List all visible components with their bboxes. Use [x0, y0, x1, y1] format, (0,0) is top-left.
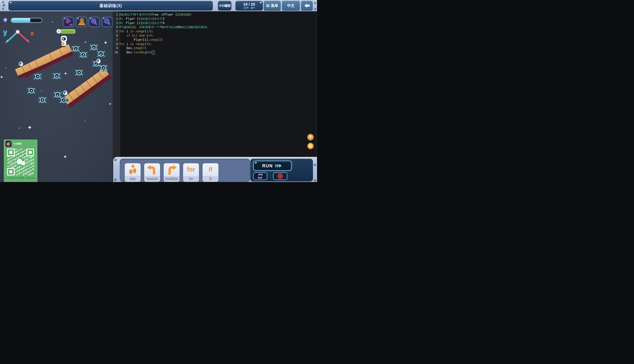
stop-button[interactable] [273, 172, 287, 180]
code-token: 2 [163, 17, 164, 21]
flyer-pad-tile [53, 91, 63, 98]
code-line[interactable]: 2#1：Flyer [i]的索引(i)大于2 [113, 17, 317, 21]
qr-card-title: 小D编程 [13, 142, 22, 146]
code-token: Flyer [i] [126, 21, 142, 25]
flyer-pad-tile [98, 64, 109, 72]
flyer-pad-tile [89, 44, 99, 51]
line-number: 4 [113, 25, 119, 29]
code-token: 以正确的模式移动。 [183, 25, 210, 29]
code-line[interactable]: 8for i in range(3): [113, 42, 317, 46]
block-if[interactable]: if if [203, 163, 218, 182]
code-token: 步 [189, 12, 192, 17]
zoom-in-button[interactable] [89, 17, 100, 27]
block-label-strip: step [125, 176, 141, 182]
dot-icon [52, 22, 53, 22]
code-line[interactable]: 1#如果以下两个条件均为True，则Flyer [i]移动3步 [113, 12, 317, 17]
code-line[interactable]: 9 Dev.step(7) [113, 46, 317, 50]
flyer-pad-tile [71, 45, 81, 52]
game-viewport[interactable]: ↗ ↙ [0, 11, 113, 182]
bell-off-icon [309, 144, 312, 148]
dev-health-bar [57, 29, 75, 34]
code-token: range [136, 42, 145, 46]
level-progress-button[interactable]: 19 / 20 36 6 [235, 1, 263, 10]
left-arrow-icon [303, 3, 310, 8]
glint-icon [77, 18, 79, 19]
code-token: #如果以下两个条件均为 [119, 12, 151, 17]
level-progress-value: 19 / 20 [243, 2, 255, 6]
brand-button[interactable]: 小D编程 [218, 1, 231, 10]
zoom-out-button[interactable] [102, 17, 113, 27]
code-lines[interactable]: 1#如果以下两个条件均为True，则Flyer [i]移动3步2#1：Flyer… [113, 12, 317, 55]
code-token: Flyer [i] [126, 17, 142, 21]
code-editor[interactable]: 1#如果以下两个条件均为True，则Flyer [i]移动3步2#1：Flyer… [113, 11, 317, 182]
app-window: 基础训练(3) 小D编程 19 / 20 36 6 [0, 0, 317, 182]
screw-icon [114, 159, 117, 161]
help-button[interactable]: ? [307, 134, 314, 140]
code-token: #1： [119, 17, 126, 21]
flyer-pad-tile [96, 50, 106, 58]
code-token: (i) [151, 17, 157, 21]
droplet-icon [244, 7, 245, 9]
code-token: 小于 [157, 21, 163, 25]
code-line[interactable]: 3#2：Flyer [i]的索引(i)小于9 [113, 21, 317, 25]
language-button[interactable]: 中文 [282, 1, 300, 10]
back-button[interactable] [301, 1, 313, 10]
level-progress-substats: 36 6 [244, 7, 255, 9]
map-button[interactable] [76, 17, 87, 27]
block-label-strip: for [183, 176, 199, 182]
glint-icon [260, 2, 262, 3]
code-token: i [145, 34, 148, 38]
code-token: ，则 [158, 12, 164, 17]
block-turnRight[interactable]: turnRight [164, 163, 180, 182]
block-step[interactable]: step [125, 163, 141, 182]
glint-icon [103, 18, 104, 19]
code-line[interactable]: 4#飞板移动后，你将需要另一个for语句以使Dev以正确的模式移动。 [113, 25, 317, 29]
code-token: 2 [159, 38, 161, 42]
code-token [134, 42, 136, 46]
code-token: ( [150, 50, 152, 55]
code-token: i [125, 29, 130, 34]
code-token: 3 [187, 12, 188, 17]
level-title-bar: 基础训练(3) [9, 1, 213, 10]
line-number: 5 [113, 29, 119, 34]
menu-button[interactable]: 菜单 [264, 1, 281, 10]
indicator-square-icon [3, 4, 5, 6]
glint-icon [90, 18, 91, 19]
code-line[interactable]: 6 if i>2 and i<9: [113, 34, 317, 38]
screw-icon [314, 179, 316, 182]
code-token: i [125, 42, 130, 46]
dev-robot [61, 34, 67, 47]
step-icon [127, 164, 139, 176]
code-token: 3 [146, 42, 148, 46]
screw-icon [314, 8, 316, 10]
reset-button[interactable] [253, 172, 267, 180]
qr-caption: 扫一扫上面的二维码图案，加我为朋友。 [4, 177, 38, 179]
top-bar: 基础训练(3) 小D编程 19 / 20 36 6 [0, 0, 317, 11]
code-token: 的索引 [142, 17, 151, 21]
glint-icon [64, 18, 66, 19]
code-line[interactable]: 7 Flyer[i].step(2) [113, 38, 317, 42]
code-token: >2 [134, 34, 137, 38]
screw-icon [314, 164, 316, 166]
run-button[interactable]: RUN [253, 161, 291, 171]
block-for[interactable]: for for [183, 163, 199, 182]
brand-label: 小D编程 [219, 4, 231, 8]
wood-bridge [63, 68, 112, 108]
notification-off-button[interactable] [307, 143, 314, 149]
screw-icon [2, 1, 4, 3]
block-turnLeft[interactable]: turnLeft [144, 163, 160, 182]
code-token: for [119, 29, 125, 34]
speed-button[interactable]: x4 [63, 17, 74, 27]
code-line[interactable]: 10 Dev.turnRight() [113, 50, 317, 55]
wechat-logo-icon [17, 159, 25, 166]
for-icon: for [187, 166, 195, 173]
turn-right-icon [165, 164, 178, 176]
code-line[interactable]: 5for i in range(12): [113, 29, 317, 34]
code-token: for [119, 42, 125, 46]
code-token: 7 [143, 46, 145, 50]
page-title: 基础训练(3) [99, 3, 122, 8]
code-token [137, 34, 139, 38]
code-token [119, 34, 127, 38]
axis-x-label: x [31, 30, 34, 37]
lines-count: 6 [253, 7, 255, 9]
